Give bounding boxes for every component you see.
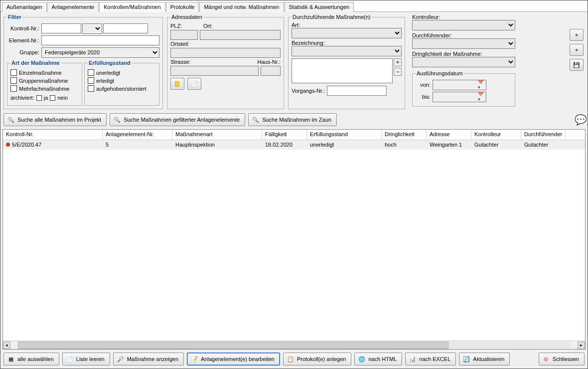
th-kontroll[interactable]: Kontroll-Nr.	[3, 130, 103, 140]
kontroll-nr-op[interactable]	[82, 23, 102, 34]
th-faellig[interactable]: Fälligkeit	[262, 130, 307, 140]
cell-adresse: Weingarten 1	[427, 141, 471, 148]
th-erf[interactable]: Erfüllungsstand	[307, 130, 382, 140]
cb-einzel[interactable]	[10, 69, 17, 76]
excel-icon: 📊	[409, 355, 417, 363]
table-row[interactable]: 5/E/2020.47 5 Hauptinspektion 18.02.2020…	[3, 140, 585, 150]
lbl-kontrolleur: Kontrolleur:	[412, 14, 515, 20]
scroll-track[interactable]	[18, 342, 570, 349]
filter-add-btn[interactable]: ⌖	[570, 44, 584, 56]
search-zaun-btn[interactable]: 🔍Suche Maßnahmen im Zaun	[248, 113, 337, 126]
filter-save-btn[interactable]: 💾	[570, 59, 584, 71]
export-excel-btn[interactable]: 📊nach EXCEL	[405, 353, 456, 366]
cell-art: Hauptinspektion	[172, 141, 262, 148]
cell-durch: Gutachter	[521, 141, 566, 148]
search-projekt-btn[interactable]: 🔍Suche alle Maßnahmen im Projekt	[3, 113, 107, 126]
cb-aufgehoben[interactable]	[88, 85, 94, 92]
th-art[interactable]: Maßnahmenart	[172, 130, 262, 140]
plz-input[interactable]	[170, 30, 198, 40]
gruppe-select[interactable]: Federspielgeräte 2020	[41, 47, 159, 58]
search-gefiltert-btn[interactable]: 🔍Suche Maßnahmen gefilterter Anlagenelem…	[110, 113, 245, 126]
lbl-archiviert: archiviert:	[10, 95, 34, 101]
element-nr-input[interactable]	[41, 35, 159, 45]
art-select[interactable]	[292, 28, 402, 38]
search-zaun-label: Suche Maßnahmen im Zaun	[262, 117, 331, 123]
filter-fieldset: Filter Kontroll-Nr.: Element-Nr.: Gruppe…	[3, 14, 163, 109]
clear-addr-icon-btn[interactable]: 📄	[187, 78, 201, 90]
refresh-btn[interactable]: 🔄Aktualisieren	[459, 353, 510, 366]
vorgang-input[interactable]	[327, 86, 387, 96]
lbl-von: von:	[416, 82, 431, 88]
erf-legend: Erfüllungsstand	[88, 60, 132, 66]
show-massnahme-btn[interactable]: 🔎Maßnahme anzeigen	[113, 353, 184, 366]
table-body: 5/E/2020.47 5 Hauptinspektion 18.02.2020…	[3, 140, 585, 341]
cb-archiv-nein[interactable]	[50, 95, 55, 101]
th-adresse[interactable]: Adresse	[427, 130, 471, 140]
hausnr-input[interactable]	[261, 66, 281, 76]
tab-kontrollen[interactable]: Kontrollen/Maßnahmen	[99, 2, 165, 12]
refresh-icon: 🔄	[462, 355, 470, 363]
lbl-element-nr: Element-Nr.:	[7, 37, 39, 43]
ort-input[interactable]	[200, 30, 281, 40]
create-protokoll-btn[interactable]: 📋Protokoll(e) anlegen	[283, 353, 351, 366]
lbl-vorgang: Vorgangs-Nr.:	[292, 88, 325, 94]
lbl-bis: bis:	[416, 94, 431, 100]
cell-kontroll: 5/E/2020.47	[12, 142, 41, 148]
speech-bubble-icon[interactable]: 💬	[577, 116, 585, 124]
scroll-right-btn[interactable]: ▸	[578, 342, 585, 349]
lbl-gruppe: Gruppe:	[7, 49, 39, 55]
tab-bar: Außenanlagen Anlagenelemente Kontrollen/…	[0, 0, 588, 12]
scroll-left-btn[interactable]: ◂	[3, 342, 10, 349]
durchf-select[interactable]	[412, 38, 515, 49]
scroll-thumb[interactable]	[18, 342, 448, 349]
remove-item-btn[interactable]: −	[394, 68, 402, 76]
tab-aussenanlagen[interactable]: Außenanlagen	[2, 2, 47, 12]
tab-anlagenelemente[interactable]: Anlagenelemente	[47, 2, 99, 12]
ausfuehrung-fieldset: Ausführungsdatum von: 📅▾ bis: 📅▾	[412, 70, 515, 107]
lbl-kontroll-nr: Kontroll-Nr.:	[7, 25, 39, 31]
filter-delete-btn[interactable]: ⌖	[570, 29, 584, 41]
close-btn[interactable]: ⊘Schliessen	[539, 353, 585, 366]
art-legend: Art der Maßnahme	[10, 60, 61, 66]
clear-list-btn[interactable]: 📄Liste leeren	[62, 353, 110, 366]
dring-select[interactable]	[412, 57, 515, 67]
date-bis[interactable]: 📅▾	[433, 92, 486, 102]
ortsteil-input[interactable]	[170, 48, 281, 58]
side-icon-buttons: ⌖ ⌖ 💾	[570, 14, 585, 109]
kontroll-nr-to[interactable]	[103, 23, 148, 33]
search-gefiltert-label: Suche Maßnahmen gefilterter Anlageneleme…	[124, 117, 240, 123]
calendar-icon: 📅▾	[478, 92, 485, 102]
date-von[interactable]: 📅▾	[433, 80, 486, 90]
strasse-input[interactable]	[170, 66, 259, 76]
save-icon: 💾	[573, 61, 581, 69]
lbl-plz: PLZ:	[170, 23, 191, 29]
magnifier-icon: 🔍	[113, 116, 121, 124]
export-html-btn[interactable]: 🌐nach HTML	[354, 353, 402, 366]
close-icon: ⊘	[542, 355, 550, 363]
edit-element-btn[interactable]: 📝Anlagenelement(e) bearbeiten	[187, 353, 280, 366]
table-header: Kontroll-Nr. Anlagenelement-Nr. Maßnahme…	[3, 130, 585, 140]
lbl-ja: ja	[44, 95, 48, 101]
kontrolleur-select[interactable]	[412, 20, 515, 30]
tab-statistik[interactable]: Statistik & Auswertungen	[285, 2, 354, 12]
cb-erledigt[interactable]	[88, 77, 94, 84]
tab-maengel[interactable]: Mängel und notw. Maßnahmen	[199, 2, 284, 12]
th-kontr[interactable]: Kontrolleur	[471, 130, 521, 140]
bez-select[interactable]	[292, 46, 402, 56]
cb-gruppen[interactable]	[10, 77, 17, 84]
kontroll-nr-from[interactable]	[41, 23, 81, 33]
lbl-dring: Dringlichkeit der Maßnahme:	[412, 51, 515, 57]
cb-unerledigt[interactable]	[88, 69, 94, 76]
edit-element-label: Anlagenelement(e) bearbeiten	[201, 356, 275, 362]
durch-textarea[interactable]	[292, 58, 393, 83]
cb-archiv-ja[interactable]	[36, 95, 42, 101]
th-durch[interactable]: Durchführender	[521, 130, 566, 140]
add-item-btn[interactable]: +	[394, 58, 402, 66]
h-scrollbar[interactable]: ◂ ▸	[3, 341, 585, 349]
tab-protokolle[interactable]: Protokolle	[166, 2, 199, 12]
cb-mehrfach[interactable]	[10, 85, 17, 92]
th-dring[interactable]: Dringlichkeit	[382, 130, 427, 140]
th-element[interactable]: Anlagenelement-Nr.	[103, 130, 172, 140]
contacts-icon-btn[interactable]: 📒	[170, 78, 184, 90]
select-all-btn[interactable]: ▦alle auswählen	[3, 353, 59, 366]
